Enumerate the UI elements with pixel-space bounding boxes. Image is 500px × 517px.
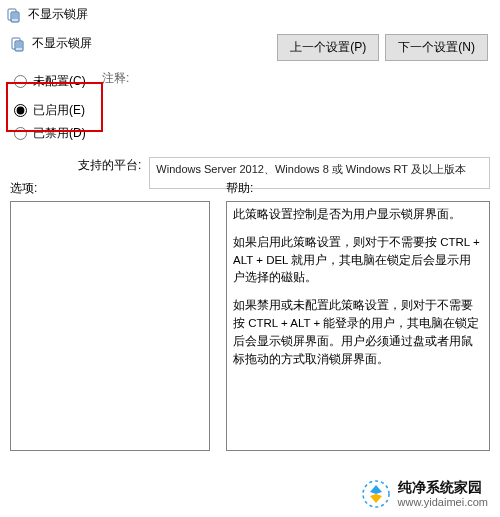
- inner-title: 不显示锁屏: [32, 35, 92, 52]
- nav-buttons: 上一个设置(P) 下一个设置(N): [277, 34, 488, 61]
- radio-disabled-label: 已禁用(D): [33, 125, 86, 142]
- state-radiolist: 未配置(C) 已启用(E) 已禁用(D): [10, 70, 490, 145]
- svg-rect-3: [15, 41, 23, 51]
- radio-enabled-input[interactable]: [14, 104, 27, 117]
- watermark-name: 纯净系统家园: [398, 479, 488, 496]
- help-label: 帮助:: [226, 180, 490, 197]
- watermark: 纯净系统家园 www.yidaimei.com: [358, 477, 492, 511]
- watermark-logo-icon: [362, 480, 390, 508]
- radio-disabled[interactable]: 已禁用(D): [10, 122, 490, 145]
- radio-enabled[interactable]: 已启用(E): [10, 99, 490, 122]
- options-column: 选项:: [10, 180, 218, 451]
- watermark-text: 纯净系统家园 www.yidaimei.com: [398, 479, 488, 509]
- policy-icon: [6, 7, 22, 23]
- window-titlebar: 不显示锁屏: [0, 0, 500, 26]
- next-setting-button[interactable]: 下一个设置(N): [385, 34, 488, 61]
- radio-not-configured[interactable]: 未配置(C): [10, 70, 490, 93]
- comment-label: 注释:: [102, 70, 129, 87]
- window-title: 不显示锁屏: [28, 6, 88, 23]
- policy-icon: [10, 36, 26, 52]
- svg-rect-1: [11, 12, 19, 22]
- prev-setting-button[interactable]: 上一个设置(P): [277, 34, 379, 61]
- options-listbox[interactable]: [10, 201, 210, 451]
- radio-not-configured-input[interactable]: [14, 75, 27, 88]
- config-area: 注释: 未配置(C) 已启用(E) 已禁用(D): [10, 70, 490, 145]
- help-textbox[interactable]: 此策略设置控制是否为用户显示锁屏界面。 如果启用此策略设置，则对于不需要按 CT…: [226, 201, 490, 451]
- help-paragraph: 如果启用此策略设置，则对于不需要按 CTRL + ALT + DEL 就用户，其…: [233, 234, 483, 287]
- radio-enabled-label: 已启用(E): [33, 102, 85, 119]
- content-area: 不显示锁屏 上一个设置(P) 下一个设置(N) 注释: 未配置(C) 已启用(E…: [0, 27, 500, 189]
- supported-platform-label: 支持的平台:: [78, 157, 141, 174]
- help-column: 帮助: 此策略设置控制是否为用户显示锁屏界面。 如果启用此策略设置，则对于不需要…: [218, 180, 490, 451]
- watermark-url: www.yidaimei.com: [398, 496, 488, 509]
- radio-disabled-input[interactable]: [14, 127, 27, 140]
- radio-not-configured-label: 未配置(C): [33, 73, 86, 90]
- help-paragraph: 此策略设置控制是否为用户显示锁屏界面。: [233, 206, 483, 224]
- options-label: 选项:: [10, 180, 210, 197]
- lower-panels: 选项: 帮助: 此策略设置控制是否为用户显示锁屏界面。 如果启用此策略设置，则对…: [0, 180, 500, 451]
- help-paragraph: 如果禁用或未配置此策略设置，则对于不需要按 CTRL + ALT + 能登录的用…: [233, 297, 483, 368]
